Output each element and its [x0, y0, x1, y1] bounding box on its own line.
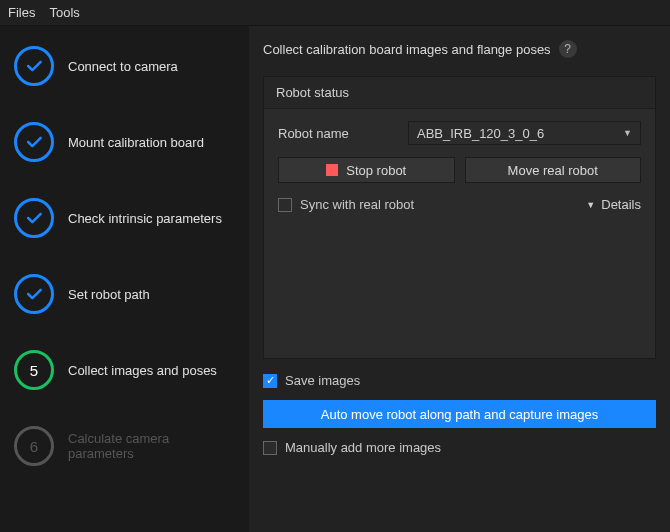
step-label: Calculate camera parameters [68, 431, 235, 461]
sync-row: Sync with real robot ▼ Details [278, 197, 641, 212]
step-label: Collect images and poses [68, 363, 217, 378]
save-images-checkbox[interactable] [263, 374, 277, 388]
menu-bar: Files Tools [0, 0, 670, 26]
step-calculate-params[interactable]: 6 Calculate camera parameters [14, 426, 235, 466]
details-label: Details [601, 197, 641, 212]
main-layout: Connect to camera Mount calibration boar… [0, 26, 670, 532]
save-images-label: Save images [285, 373, 360, 388]
robot-name-select[interactable]: ABB_IRB_120_3_0_6 ▼ [408, 121, 641, 145]
manual-add-group[interactable]: Manually add more images [263, 440, 656, 455]
robot-name-value: ABB_IRB_120_3_0_6 [417, 126, 544, 141]
panel-title: Robot status [264, 77, 655, 108]
stop-icon [326, 164, 338, 176]
robot-name-row: Robot name ABB_IRB_120_3_0_6 ▼ [278, 121, 641, 145]
chevron-down-icon: ▼ [586, 200, 595, 210]
step-sidebar: Connect to camera Mount calibration boar… [0, 26, 249, 532]
content-panel: Collect calibration board images and fla… [249, 26, 670, 532]
check-icon [14, 198, 54, 238]
chevron-down-icon: ▼ [623, 128, 632, 138]
save-images-group[interactable]: Save images [263, 373, 656, 388]
step-label: Set robot path [68, 287, 150, 302]
step-set-robot-path[interactable]: Set robot path [14, 274, 235, 314]
robot-status-panel: Robot status Robot name ABB_IRB_120_3_0_… [263, 76, 656, 359]
step-label: Connect to camera [68, 59, 178, 74]
step-check-intrinsic[interactable]: Check intrinsic parameters [14, 198, 235, 238]
sync-checkbox[interactable] [278, 198, 292, 212]
move-robot-button[interactable]: Move real robot [465, 157, 642, 183]
panel-body: Robot name ABB_IRB_120_3_0_6 ▼ Stop robo… [264, 108, 655, 358]
check-icon [14, 274, 54, 314]
manual-add-label: Manually add more images [285, 440, 441, 455]
step-label: Check intrinsic parameters [68, 211, 222, 226]
robot-name-label: Robot name [278, 126, 396, 141]
step-collect-images[interactable]: 5 Collect images and poses [14, 350, 235, 390]
move-robot-label: Move real robot [508, 163, 598, 178]
stop-robot-label: Stop robot [346, 163, 406, 178]
check-icon [14, 46, 54, 86]
step-mount-board[interactable]: Mount calibration board [14, 122, 235, 162]
step-label: Mount calibration board [68, 135, 204, 150]
menu-tools[interactable]: Tools [49, 5, 79, 20]
auto-move-button[interactable]: Auto move robot along path and capture i… [263, 400, 656, 428]
lower-section: Save images Auto move robot along path a… [263, 373, 656, 455]
content-header: Collect calibration board images and fla… [263, 40, 656, 58]
menu-files[interactable]: Files [8, 5, 35, 20]
page-title: Collect calibration board images and fla… [263, 42, 551, 57]
step-connect-camera[interactable]: Connect to camera [14, 46, 235, 86]
help-icon[interactable]: ? [559, 40, 577, 58]
manual-add-checkbox[interactable] [263, 441, 277, 455]
sync-label: Sync with real robot [300, 197, 414, 212]
check-icon [14, 122, 54, 162]
details-toggle[interactable]: ▼ Details [586, 197, 641, 212]
step-number-icon: 5 [14, 350, 54, 390]
auto-move-label: Auto move robot along path and capture i… [321, 407, 599, 422]
stop-robot-button[interactable]: Stop robot [278, 157, 455, 183]
sync-checkbox-group[interactable]: Sync with real robot [278, 197, 414, 212]
step-number-icon: 6 [14, 426, 54, 466]
robot-button-row: Stop robot Move real robot [278, 157, 641, 183]
